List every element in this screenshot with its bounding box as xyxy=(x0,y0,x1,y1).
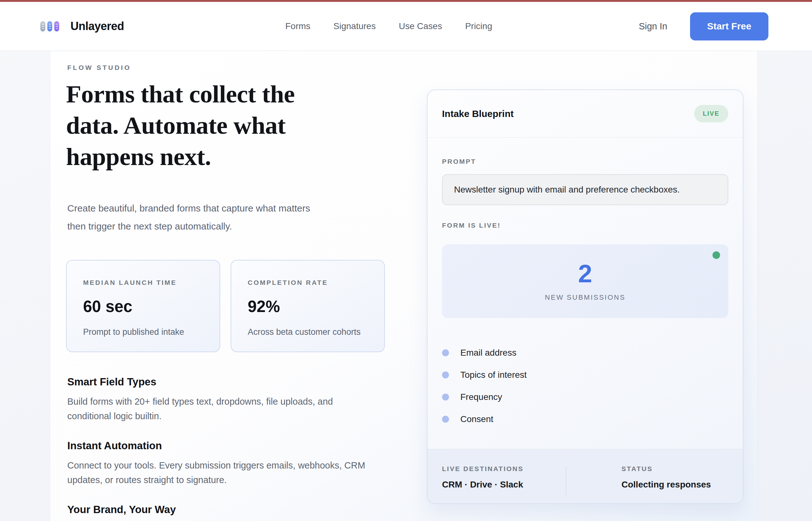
destinations-column: LIVE DESTINATIONS CRM · Drive · Slack xyxy=(442,465,566,503)
feature-title-smart-fields: Smart Field Types xyxy=(67,376,386,388)
card-header: Intake Blueprint LIVE xyxy=(428,90,743,137)
nav-item-signatures[interactable]: Signatures xyxy=(333,21,376,31)
prompt-label: PROMPT xyxy=(442,158,728,165)
list-item: Frequency xyxy=(442,388,728,407)
status-column: STATUS Collecting responses xyxy=(566,465,711,503)
unlayered-logo-icon xyxy=(41,21,59,31)
form-live-label: FORM IS LIVE! xyxy=(442,222,728,229)
stat-caption: Prompt to published intake xyxy=(83,327,207,337)
destinations-label: LIVE DESTINATIONS xyxy=(442,465,566,473)
list-item: Topics of interest xyxy=(442,365,728,384)
card-footer: LIVE DESTINATIONS CRM · Drive · Slack ST… xyxy=(428,449,743,503)
online-indicator-dot xyxy=(713,251,720,259)
nav-item-use-cases[interactable]: Use Cases xyxy=(399,21,442,31)
stat-cards: MEDIAN LAUNCH TIME 60 sec Prompt to publ… xyxy=(66,260,385,352)
stat-card-launch-time: MEDIAN LAUNCH TIME 60 sec Prompt to publ… xyxy=(66,260,220,352)
feature-body-instant-automation: Connect to your tools. Every submission … xyxy=(67,458,386,487)
nav-item-pricing[interactable]: Pricing xyxy=(465,21,492,31)
stat-label: MEDIAN LAUNCH TIME xyxy=(83,279,207,287)
field-label: Topics of interest xyxy=(460,370,527,380)
stat-value: 60 sec xyxy=(83,297,207,316)
feature-list: Smart Field Types Build forms with 20+ f… xyxy=(67,376,386,521)
main-nav: Forms Signatures Use Cases Pricing xyxy=(285,2,492,51)
header-actions: Sign In Start Free xyxy=(639,2,768,51)
logo-pill-purple xyxy=(54,21,59,31)
field-bullet-dot xyxy=(442,349,449,356)
field-bullet-dot xyxy=(442,393,449,401)
feature-title-your-brand: Your Brand, Your Way xyxy=(67,504,386,516)
list-item: Consent xyxy=(442,410,728,429)
prompt-input[interactable]: Newsletter signup with email and prefere… xyxy=(442,174,728,205)
content-column: FLOW STUDIO Forms that collect the data.… xyxy=(50,51,758,521)
stat-card-completion-rate: COMPLETION RATE 92% Across beta customer… xyxy=(231,260,385,352)
card-title: Intake Blueprint xyxy=(442,109,514,119)
nav-item-forms[interactable]: Forms xyxy=(285,21,310,31)
form-fields-list: Email address Topics of interest Frequen… xyxy=(442,343,728,429)
feature-title-instant-automation: Instant Automation xyxy=(67,440,386,452)
hero-subtitle: Create beautiful, branded forms that cap… xyxy=(67,199,310,235)
status-value: Collecting responses xyxy=(621,480,711,490)
brand[interactable]: Unlayered xyxy=(41,2,124,51)
intake-blueprint-card: Intake Blueprint LIVE PROMPT Newsletter … xyxy=(427,89,743,504)
stat-value: 92% xyxy=(248,297,372,316)
destinations-value: CRM · Drive · Slack xyxy=(442,480,566,490)
field-label: Consent xyxy=(460,414,493,424)
site-header: Unlayered Forms Signatures Use Cases Pri… xyxy=(0,2,812,51)
start-free-button[interactable]: Start Free xyxy=(690,12,768,41)
feature-body-smart-fields: Build forms with 20+ field types text, d… xyxy=(67,394,386,423)
status-label: STATUS xyxy=(621,465,711,473)
stat-caption: Across beta customer cohorts xyxy=(248,327,372,337)
logo-pill-blue xyxy=(47,21,52,31)
field-bullet-dot xyxy=(442,416,449,423)
submissions-label: NEW SUBMISSIONS xyxy=(545,293,625,301)
landing-page: Unlayered Forms Signatures Use Cases Pri… xyxy=(0,0,812,521)
stat-label: COMPLETION RATE xyxy=(248,279,372,287)
submissions-panel: 2 NEW SUBMISSIONS xyxy=(442,244,728,318)
eyebrow-label: FLOW STUDIO xyxy=(67,64,131,71)
field-bullet-dot xyxy=(442,371,449,379)
submissions-count: 2 xyxy=(578,261,592,287)
field-label: Frequency xyxy=(460,392,502,402)
sign-in-link[interactable]: Sign In xyxy=(639,21,667,31)
brand-name: Unlayered xyxy=(70,20,124,33)
page-title: Forms that collect the data. Automate wh… xyxy=(66,78,295,172)
logo-pill-gray xyxy=(41,21,45,31)
list-item: Email address xyxy=(442,343,728,362)
live-status-badge: LIVE xyxy=(694,105,728,122)
card-body: PROMPT Newsletter signup with email and … xyxy=(428,137,743,449)
field-label: Email address xyxy=(460,348,516,358)
